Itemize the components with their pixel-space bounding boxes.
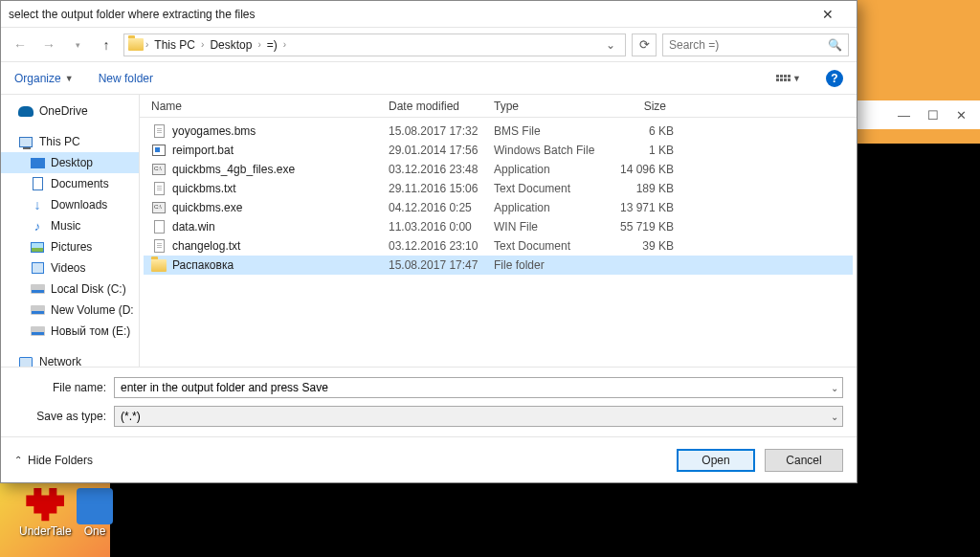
sidebar-item-drive-e[interactable]: Новый том (E:) (1, 321, 139, 342)
column-type[interactable]: Type (490, 100, 603, 113)
file-type-icon (154, 239, 165, 253)
app-icon (77, 488, 113, 524)
drive-icon (31, 284, 45, 294)
file-date: 03.12.2016 23:48 (389, 163, 494, 176)
organize-button[interactable]: Organize ▼ (14, 72, 74, 85)
hide-folders-toggle[interactable]: ⌃ Hide Folders (14, 454, 93, 467)
file-name: quickbms.txt (172, 182, 236, 195)
file-row[interactable]: quickbms.exe04.12.2016 0:25Application13… (144, 198, 853, 217)
chevron-right-icon[interactable]: › (145, 39, 148, 50)
file-type-icon (154, 220, 165, 234)
cancel-button[interactable]: Cancel (765, 449, 843, 472)
crumb-this-pc[interactable]: This PC (150, 38, 199, 52)
bg-close-icon[interactable]: ✕ (956, 108, 967, 123)
desktop-shortcut-undertale[interactable]: UnderTale (19, 488, 72, 538)
column-headers: Name Date modified Type Size (140, 95, 857, 118)
file-row[interactable]: reimport.bat29.01.2014 17:56Windows Batc… (144, 141, 853, 160)
column-date[interactable]: Date modified (385, 100, 490, 113)
view-grid-icon (776, 75, 791, 81)
sidebar-onedrive[interactable]: OneDrive (1, 100, 139, 122)
crumb-folder[interactable]: =) (263, 38, 281, 52)
file-name: changelog.txt (172, 239, 240, 253)
nav-toolbar: ← → ▾ ↑ › This PC › Desktop › =) › ⌄ ⟳ 🔍 (1, 28, 857, 62)
file-size: 14 096 KB (607, 163, 674, 176)
crumb-desktop[interactable]: Desktop (206, 38, 256, 52)
file-type: WIN File (494, 220, 607, 234)
desktop-shortcut-one[interactable]: One (77, 488, 113, 538)
help-button[interactable]: ? (826, 70, 843, 87)
new-folder-button[interactable]: New folder (99, 72, 153, 85)
sidebar-item-drive-c[interactable]: Local Disk (C:) (1, 278, 139, 300)
sidebar-item-pictures[interactable]: Pictures (1, 236, 139, 257)
file-row[interactable]: Распаковка15.08.2017 17:47File folder (144, 256, 853, 275)
file-size: 39 KB (607, 239, 674, 253)
recent-dropdown-icon[interactable]: ▾ (66, 33, 89, 56)
open-button[interactable]: Open (677, 449, 755, 472)
file-size: 6 KB (607, 124, 674, 138)
file-date: 15.08.2017 17:47 (389, 258, 494, 272)
close-button[interactable]: ✕ (806, 1, 849, 28)
sidebar-item-desktop[interactable]: Desktop (1, 152, 139, 173)
titlebar[interactable]: select the output folder where extractin… (1, 1, 857, 28)
sidebar-item-music[interactable]: ♪Music (1, 215, 139, 236)
sidebar-item-downloads[interactable]: ↓Downloads (1, 194, 139, 215)
search-box[interactable]: 🔍 (662, 33, 849, 56)
file-type: Text Document (494, 182, 607, 195)
search-input[interactable] (669, 38, 828, 52)
sidebar-item-drive-d[interactable]: New Volume (D: (1, 300, 139, 321)
back-button[interactable]: ← (9, 33, 32, 56)
file-date: 03.12.2016 23:10 (389, 239, 494, 253)
sidebar-item-documents[interactable]: Documents (1, 173, 139, 194)
view-options-button[interactable]: ▼ (776, 74, 801, 83)
bg-minimize-icon[interactable]: — (898, 108, 910, 123)
chevron-right-icon[interactable]: › (257, 39, 260, 50)
savetype-label: Save as type: (14, 410, 106, 423)
file-name: reimport.bat (172, 144, 234, 157)
filename-label: File name: (14, 381, 106, 394)
filename-input[interactable]: enter in the output folder and press Sav… (114, 377, 843, 398)
search-icon[interactable]: 🔍 (828, 38, 842, 52)
onedrive-icon (18, 106, 33, 117)
file-type: Application (494, 163, 607, 176)
file-type-icon (154, 124, 165, 138)
file-date: 04.12.2016 0:25 (389, 201, 494, 214)
savetype-select[interactable]: (*.*) ⌄ (114, 406, 843, 427)
file-list-area: Name Date modified Type Size yoyogames.b… (140, 95, 857, 367)
heart-icon (26, 488, 64, 524)
chevron-down-icon[interactable]: ⌄ (831, 383, 838, 393)
music-icon: ♪ (30, 219, 45, 233)
file-row[interactable]: data.win11.03.2016 0:00WIN File55 719 KB (144, 217, 853, 236)
chevron-down-icon[interactable]: ⌄ (831, 412, 838, 422)
file-date: 29.11.2016 15:06 (389, 182, 494, 195)
file-type: Text Document (494, 239, 607, 253)
forward-button[interactable]: → (37, 33, 60, 56)
file-name: Распаковка (172, 258, 234, 272)
sidebar-this-pc[interactable]: This PC (1, 131, 139, 152)
file-size: 189 KB (607, 182, 674, 195)
videos-icon (32, 262, 44, 274)
file-type: BMS File (494, 124, 607, 138)
downloads-icon: ↓ (30, 198, 45, 212)
documents-icon (33, 177, 43, 190)
file-date: 11.03.2016 0:00 (389, 220, 494, 234)
folder-icon (128, 38, 144, 51)
refresh-button[interactable]: ⟳ (632, 33, 657, 56)
chevron-right-icon[interactable]: › (283, 39, 286, 50)
column-name[interactable]: Name (147, 100, 385, 113)
background-window-controls: — ☐ ✕ (856, 100, 980, 129)
file-row[interactable]: yoyogames.bms15.08.2017 17:32BMS File6 K… (144, 122, 853, 141)
sidebar-item-videos[interactable]: Videos (1, 257, 139, 278)
file-list[interactable]: yoyogames.bms15.08.2017 17:32BMS File6 K… (140, 118, 857, 367)
file-row[interactable]: changelog.txt03.12.2016 23:10Text Docume… (144, 236, 853, 256)
up-button[interactable]: ↑ (95, 33, 118, 56)
file-row[interactable]: quickbms.txt29.11.2016 15:06Text Documen… (144, 179, 853, 198)
bg-maximize-icon[interactable]: ☐ (927, 108, 939, 123)
breadcrumb-dropdown-icon[interactable]: ⌄ (600, 38, 621, 52)
sidebar-network[interactable]: Network (1, 351, 139, 367)
breadcrumb-bar[interactable]: › This PC › Desktop › =) › ⌄ (123, 33, 626, 56)
file-row[interactable]: quickbms_4gb_files.exe03.12.2016 23:48Ap… (144, 160, 853, 179)
chevron-right-icon[interactable]: › (201, 39, 204, 50)
file-type: Windows Batch File (494, 144, 607, 157)
file-type-icon (151, 259, 167, 272)
column-size[interactable]: Size (603, 100, 670, 113)
